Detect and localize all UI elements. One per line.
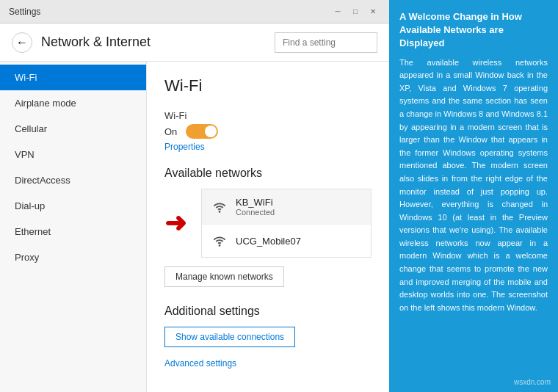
sidebar: Wi-Fi Airplane mode Cellular VPN DirectA… xyxy=(0,62,147,392)
page-title: Network & Internet xyxy=(41,35,266,50)
sidebar-item-directaccess[interactable]: DirectAccess xyxy=(0,167,146,193)
search-input[interactable] xyxy=(275,32,377,53)
maximize-button[interactable]: □ xyxy=(348,4,363,19)
svg-point-1 xyxy=(219,244,221,247)
show-connections-button[interactable]: Show available connections xyxy=(164,327,295,347)
back-button[interactable]: ← xyxy=(12,32,32,53)
toggle-knob xyxy=(205,126,217,137)
sidebar-item-cellular[interactable]: Cellular xyxy=(0,116,146,142)
network-1-info: KB_WiFi Connected xyxy=(236,197,362,217)
window-title: Settings xyxy=(9,7,40,17)
back-icon: ← xyxy=(16,36,28,49)
sidebar-item-ethernet[interactable]: Ethernet xyxy=(0,219,146,244)
sidebar-item-wifi[interactable]: Wi-Fi xyxy=(0,65,146,90)
wifi-toggle[interactable] xyxy=(186,124,218,139)
svg-point-0 xyxy=(219,211,221,213)
sidebar-item-airplane[interactable]: Airplane mode xyxy=(0,90,146,116)
networks-list: KB_WiFi Connected xyxy=(201,189,372,258)
sidebar-item-vpn[interactable]: VPN xyxy=(0,142,146,167)
sidebar-item-proxy[interactable]: Proxy xyxy=(0,244,146,270)
properties-link[interactable]: Properties xyxy=(164,142,372,152)
wifi-status-row: On xyxy=(164,124,372,139)
sidebar-item-dialup[interactable]: Dial-up xyxy=(0,193,146,219)
close-button[interactable]: ✕ xyxy=(366,4,380,19)
network-item-kb[interactable]: KB_WiFi Connected xyxy=(202,189,371,225)
wifi-label: Wi-Fi xyxy=(164,110,186,121)
wifi-status-label: On xyxy=(164,126,177,137)
available-networks-title: Available networks xyxy=(164,167,372,180)
info-body: The available wireless networks appeared… xyxy=(399,57,548,315)
network-1-status: Connected xyxy=(236,208,362,217)
minimize-button[interactable]: ─ xyxy=(330,4,345,19)
advanced-settings-link[interactable]: Advanced settings xyxy=(164,358,236,369)
network-2-name: UCG_Mobile07 xyxy=(236,236,362,247)
content-area: Wi-Fi Wi-Fi On Properties Available netw… xyxy=(147,62,389,392)
wifi-toggle-row: Wi-Fi xyxy=(164,110,372,121)
wifi-signal-icon-1 xyxy=(211,198,228,216)
manage-networks-button[interactable]: Manage known networks xyxy=(164,266,284,287)
main-content: Wi-Fi Airplane mode Cellular VPN DirectA… xyxy=(0,62,389,392)
network-2-info: UCG_Mobile07 xyxy=(236,236,362,247)
info-panel: A Welcome Change in How Available Networ… xyxy=(389,0,558,392)
network-1-name: KB_WiFi xyxy=(236,197,362,208)
content-title: Wi-Fi xyxy=(164,76,372,95)
red-arrow: ➜ xyxy=(164,208,186,239)
info-heading: A Welcome Change in How Available Networ… xyxy=(399,10,548,51)
network-item-ucg[interactable]: UCG_Mobile07 xyxy=(202,225,371,257)
additional-settings-title: Additional settings xyxy=(164,305,372,318)
window-controls: ─ □ ✕ xyxy=(330,4,380,19)
settings-header: ← Network & Internet xyxy=(0,23,389,62)
wifi-signal-icon-2 xyxy=(211,232,228,250)
title-bar: Settings ─ □ ✕ xyxy=(0,0,389,23)
watermark: wsxdn.com xyxy=(514,378,551,386)
